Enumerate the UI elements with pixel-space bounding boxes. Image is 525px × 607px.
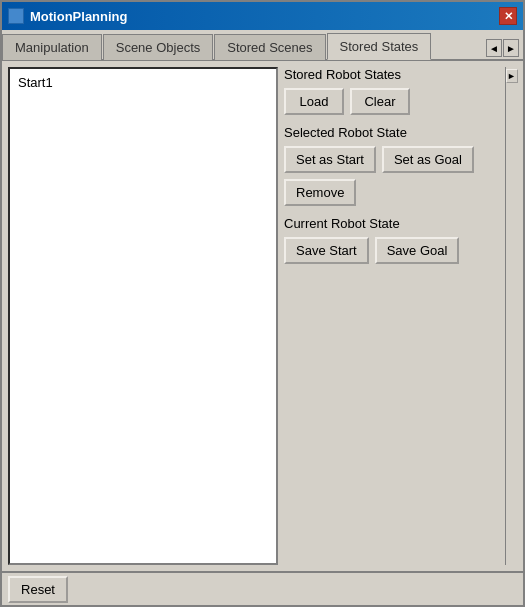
stored-robot-states-title: Stored Robot States bbox=[284, 67, 499, 82]
current-robot-state-title: Current Robot State bbox=[284, 216, 499, 231]
stored-robot-states-buttons: Load Clear bbox=[284, 88, 499, 115]
right-panel: Stored Robot States Load Clear Selected … bbox=[284, 67, 499, 565]
main-content: Start1 Stored Robot States Load Clear Se… bbox=[2, 61, 523, 571]
tab-bar: Manipulation Scene Objects Stored Scenes… bbox=[2, 30, 523, 61]
tab-manipulation[interactable]: Manipulation bbox=[2, 34, 102, 60]
window-title: MotionPlanning bbox=[30, 9, 127, 24]
list-item[interactable]: Start1 bbox=[14, 73, 272, 92]
load-button[interactable]: Load bbox=[284, 88, 344, 115]
states-list[interactable]: Start1 bbox=[8, 67, 278, 565]
remove-button[interactable]: Remove bbox=[284, 179, 356, 206]
scroll-right-arrow[interactable]: ► bbox=[506, 69, 518, 83]
main-window: MotionPlanning ✕ Manipulation Scene Obje… bbox=[0, 0, 525, 607]
set-as-goal-button[interactable]: Set as Goal bbox=[382, 146, 474, 173]
save-goal-button[interactable]: Save Goal bbox=[375, 237, 460, 264]
save-start-button[interactable]: Save Start bbox=[284, 237, 369, 264]
scroll-hint: ► bbox=[505, 67, 517, 565]
tab-scene-objects[interactable]: Scene Objects bbox=[103, 34, 214, 60]
set-as-start-button[interactable]: Set as Start bbox=[284, 146, 376, 173]
tab-stored-scenes[interactable]: Stored Scenes bbox=[214, 34, 325, 60]
selected-robot-state-section: Selected Robot State Set as Start Set as… bbox=[284, 125, 499, 206]
tab-prev-button[interactable]: ◄ bbox=[486, 39, 502, 57]
app-icon bbox=[8, 8, 24, 24]
reset-button[interactable]: Reset bbox=[8, 576, 68, 603]
selected-robot-state-title: Selected Robot State bbox=[284, 125, 499, 140]
title-bar: MotionPlanning ✕ bbox=[2, 2, 523, 30]
current-state-buttons: Save Start Save Goal bbox=[284, 237, 499, 264]
close-button[interactable]: ✕ bbox=[499, 7, 517, 25]
stored-robot-states-section: Stored Robot States Load Clear bbox=[284, 67, 499, 115]
tab-stored-states[interactable]: Stored States bbox=[327, 33, 432, 60]
tab-nav: ◄ ► bbox=[486, 39, 523, 59]
selected-state-top-buttons: Set as Start Set as Goal bbox=[284, 146, 499, 173]
selected-state-bottom-buttons: Remove bbox=[284, 179, 499, 206]
current-robot-state-section: Current Robot State Save Start Save Goal bbox=[284, 216, 499, 264]
bottom-bar: Reset bbox=[2, 571, 523, 605]
clear-button[interactable]: Clear bbox=[350, 88, 410, 115]
tab-next-button[interactable]: ► bbox=[503, 39, 519, 57]
